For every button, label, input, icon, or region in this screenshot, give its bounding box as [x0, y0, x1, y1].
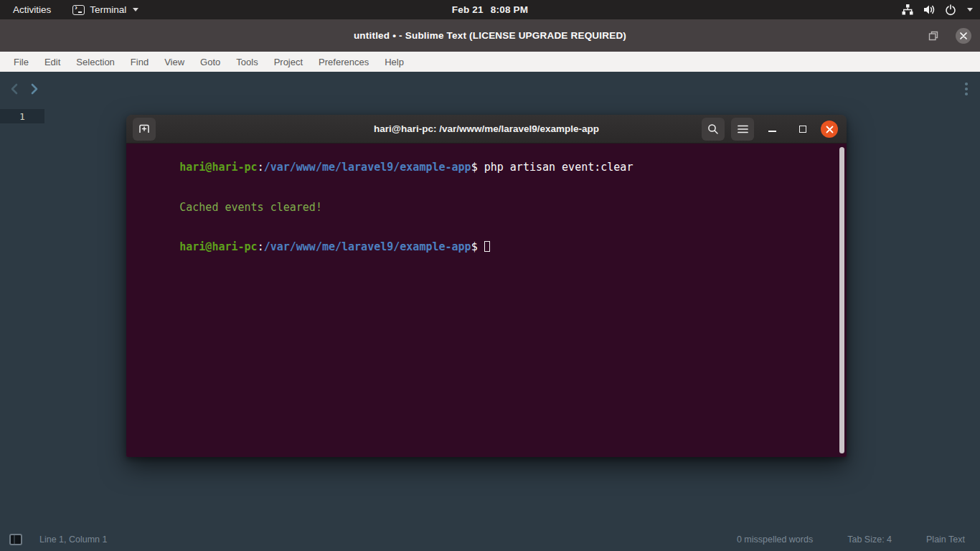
menu-file[interactable]: File [6, 52, 37, 72]
terminal-headerbar[interactable]: hari@hari-pc: /var/www/me/laravel9/examp… [126, 115, 847, 143]
terminal-app-icon [72, 5, 85, 15]
menu-find[interactable]: Find [123, 52, 156, 72]
prompt-colon: : [258, 240, 264, 253]
volume-icon [923, 4, 936, 15]
gnome-top-bar: Activities Terminal Feb 218:08 PM [0, 0, 980, 19]
syntax-status[interactable]: Plain Text [926, 534, 965, 545]
terminal-line: hari@hari-pc:/var/www/me/laravel9/exampl… [128, 227, 837, 266]
restore-icon [928, 31, 938, 41]
restore-button[interactable] [928, 31, 938, 41]
prompt-path: /var/www/me/laravel9/example-app [264, 161, 471, 174]
prompt-user-host: hari@hari-pc [179, 161, 257, 174]
command-text [478, 240, 484, 253]
terminal-output-line: Cached events cleared! [128, 187, 837, 227]
system-status-area[interactable] [901, 0, 973, 19]
search-icon [707, 123, 719, 135]
clock-time[interactable]: 8:08 PM [491, 4, 528, 15]
forward-chevron-icon[interactable] [28, 83, 40, 95]
chevron-down-icon [967, 8, 973, 11]
close-button[interactable] [956, 28, 971, 44]
close-icon [826, 126, 834, 133]
close-icon [960, 32, 967, 39]
terminal-minimize-button[interactable] [760, 126, 784, 132]
menu-goto[interactable]: Goto [192, 52, 228, 72]
minimize-icon [768, 131, 776, 132]
prompt-colon: : [258, 161, 264, 174]
menu-tools[interactable]: Tools [228, 52, 265, 72]
terminal-scrollbar[interactable] [839, 147, 844, 453]
spellcheck-status[interactable]: 0 misspelled words [737, 534, 813, 545]
terminal-screen[interactable]: hari@hari-pc:/var/www/me/laravel9/exampl… [126, 143, 847, 457]
app-menu-button[interactable]: Terminal [72, 4, 138, 15]
sublime-statusbar: Line 1, Column 1 0 misspelled words Tab … [0, 527, 980, 551]
caret-position: Line 1, Column 1 [39, 534, 108, 545]
tab-size-status[interactable]: Tab Size: 4 [847, 534, 892, 545]
search-button[interactable] [702, 118, 725, 141]
new-tab-icon [138, 123, 151, 136]
clock-date[interactable]: Feb 21 [452, 4, 484, 15]
menu-preferences[interactable]: Preferences [311, 52, 377, 72]
prompt-user-host: hari@hari-pc [179, 240, 257, 253]
desktop: Activities Terminal Feb 218:08 PM [0, 0, 980, 551]
menu-help[interactable]: Help [377, 52, 412, 72]
menu-button[interactable] [731, 118, 754, 141]
sublime-titlebar[interactable]: untitled • - Sublime Text (LICENSE UPGRA… [0, 19, 980, 52]
terminal-cursor [484, 241, 490, 252]
line-number: 1 [19, 111, 25, 122]
prompt-dollar: $ [471, 161, 478, 174]
terminal-close-button[interactable] [821, 121, 838, 138]
sidebar-toggle-icon[interactable] [9, 534, 22, 545]
terminal-window: hari@hari-pc: /var/www/me/laravel9/examp… [126, 115, 847, 457]
active-line-gutter[interactable]: 1 [0, 109, 44, 123]
prompt-path: /var/www/me/laravel9/example-app [264, 240, 471, 253]
sublime-window-title: untitled • - Sublime Text (LICENSE UPGRA… [354, 30, 626, 41]
terminal-line: hari@hari-pc:/var/www/me/laravel9/exampl… [128, 148, 837, 187]
power-icon [945, 4, 956, 16]
prompt-dollar: $ [471, 240, 478, 253]
output-text: Cached events cleared! [179, 201, 322, 214]
hamburger-menu-icon [738, 125, 748, 133]
menu-view[interactable]: View [156, 52, 192, 72]
app-menu-label: Terminal [90, 4, 126, 15]
maximize-icon [799, 126, 806, 133]
menu-edit[interactable]: Edit [37, 52, 68, 72]
back-chevron-icon[interactable] [9, 83, 21, 95]
sublime-menubar: File Edit Selection Find View Goto Tools… [0, 52, 980, 72]
chevron-down-icon [133, 8, 138, 11]
new-tab-button[interactable] [133, 118, 156, 141]
terminal-maximize-button[interactable] [791, 126, 814, 133]
menu-project[interactable]: Project [266, 52, 311, 72]
menu-selection[interactable]: Selection [68, 52, 122, 72]
activities-button[interactable]: Activities [10, 4, 54, 15]
command-text: php artisan event:clear [478, 161, 633, 174]
network-icon [901, 4, 914, 15]
clock: Feb 218:08 PM [0, 4, 980, 15]
kebab-menu-icon[interactable] [963, 83, 970, 95]
